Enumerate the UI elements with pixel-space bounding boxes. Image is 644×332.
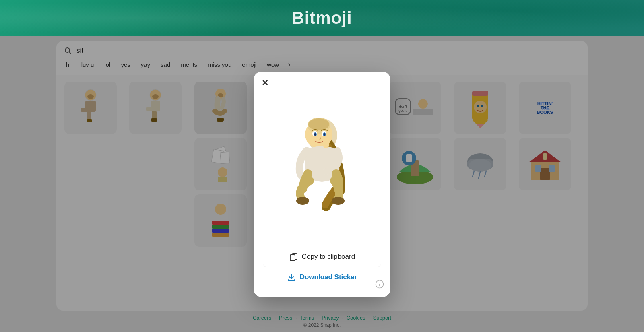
- svg-point-70: [308, 118, 329, 130]
- modal-actions: Copy to clipboard Download Sticker: [263, 240, 381, 287]
- svg-rect-81: [290, 255, 295, 261]
- sticker-modal: ✕: [254, 72, 390, 297]
- modal-close-button[interactable]: ✕: [262, 79, 268, 87]
- svg-point-77: [323, 142, 329, 148]
- app-title: Bitmoji: [292, 8, 352, 28]
- modal-sticker-area: [263, 81, 381, 240]
- info-icon[interactable]: i: [375, 280, 384, 291]
- copy-to-clipboard-button[interactable]: Copy to clipboard: [263, 247, 381, 267]
- download-sticker-button[interactable]: Download Sticker: [263, 267, 381, 287]
- modal-sticker-image: [282, 114, 362, 211]
- modal-overlay[interactable]: ✕: [0, 36, 644, 332]
- copy-label: Copy to clipboard: [302, 253, 355, 261]
- svg-point-79: [332, 197, 345, 205]
- clipboard-icon: [289, 252, 298, 261]
- svg-text:i: i: [379, 281, 380, 287]
- header: Bitmoji: [0, 0, 644, 36]
- svg-point-78: [296, 197, 309, 205]
- download-label: Download Sticker: [300, 273, 357, 281]
- svg-point-75: [314, 133, 316, 136]
- main-area: sit hi luv u lol yes yay sad ments miss …: [0, 36, 644, 332]
- svg-point-76: [324, 133, 326, 136]
- download-icon: [287, 273, 296, 282]
